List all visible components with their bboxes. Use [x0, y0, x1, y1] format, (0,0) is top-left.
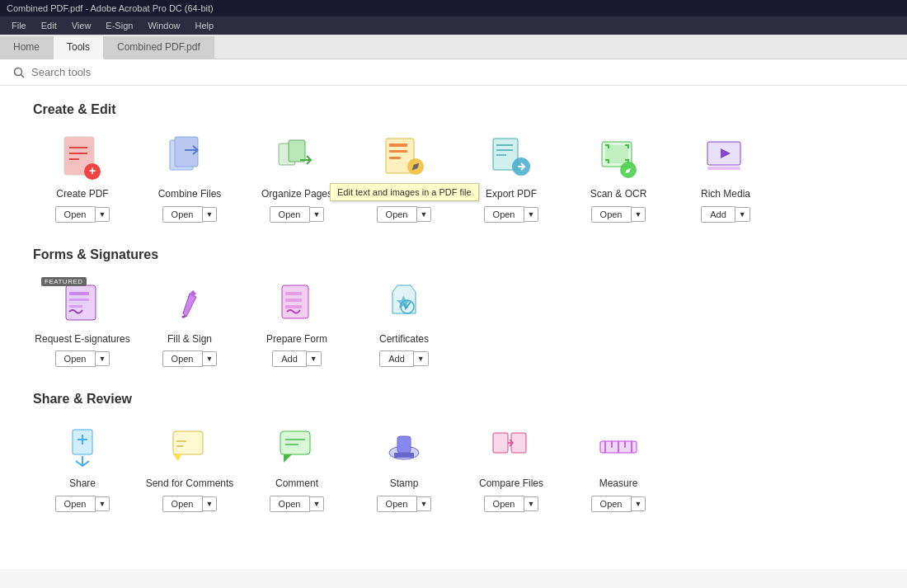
svg-rect-24	[69, 292, 89, 295]
certificates-add-btn[interactable]: Add	[379, 350, 414, 367]
organize-pages-btn-group: Open ▼	[270, 206, 325, 223]
comment-open-btn[interactable]: Open	[270, 496, 310, 512]
organize-pages-open-btn[interactable]: Open	[270, 206, 310, 223]
stamp-arrow-btn[interactable]: ▼	[417, 496, 432, 511]
edit-pdf-arrow-btn[interactable]: ▼	[417, 207, 432, 222]
request-esig-arrow-btn[interactable]: ▼	[96, 351, 110, 366]
fill-sign-btn-group: Open ▼	[162, 350, 218, 367]
edit-pdf-open-btn[interactable]: Open	[377, 206, 417, 223]
measure-open-btn[interactable]: Open	[591, 496, 632, 512]
menu-help[interactable]: Help	[189, 18, 221, 33]
svg-rect-13	[389, 157, 401, 159]
fill-sign-label: Fill & Sign	[167, 333, 212, 346]
comment-label: Comment	[275, 477, 318, 491]
svg-marker-34	[173, 454, 181, 461]
svg-rect-29	[285, 299, 302, 302]
menu-edit[interactable]: Edit	[35, 18, 63, 33]
organize-pages-icon	[272, 134, 322, 183]
scan-ocr-arrow-btn[interactable]: ▼	[632, 207, 646, 222]
svg-rect-26	[69, 305, 82, 308]
tab-combined-pdf[interactable]: Combined PDF.pdf	[104, 36, 214, 59]
share-icon	[58, 423, 107, 473]
search-icon	[13, 67, 25, 78]
svg-rect-30	[285, 305, 302, 308]
prepare-form-icon	[272, 279, 322, 328]
rich-media-label: Rich Media	[701, 188, 750, 201]
create-pdf-arrow-btn[interactable]: ▼	[96, 207, 110, 222]
certificates-arrow-btn[interactable]: ▼	[414, 351, 429, 366]
edit-pdf-btn-group: Open ▼	[377, 206, 432, 223]
certificates-btn-group: Add ▼	[379, 350, 429, 367]
tool-request-esignatures: FEATURED Request E-signatures Open ▼	[33, 279, 132, 368]
request-esig-icon	[58, 279, 107, 328]
export-pdf-btn-group: Open ▼	[484, 206, 539, 223]
compare-open-btn[interactable]: Open	[484, 496, 524, 512]
tool-comment: Comment Open ▼	[247, 423, 346, 512]
search-bar	[0, 59, 907, 86]
request-esig-open-btn[interactable]: Open	[55, 350, 96, 367]
fill-sign-arrow-btn[interactable]: ▼	[203, 351, 218, 366]
section-forms-title: Forms & Signatures	[33, 247, 874, 262]
tab-tools[interactable]: Tools	[54, 36, 104, 59]
menu-view[interactable]: View	[65, 18, 98, 33]
tab-home[interactable]: Home	[0, 36, 54, 59]
svg-rect-39	[394, 453, 414, 458]
svg-rect-40	[493, 433, 508, 453]
share-arrow-btn[interactable]: ▼	[96, 496, 110, 511]
comment-icon	[272, 423, 322, 473]
stamp-open-btn[interactable]: Open	[377, 496, 417, 512]
prepare-form-btn-group: Add ▼	[272, 350, 322, 367]
rich-media-add-btn[interactable]: Add	[701, 206, 735, 223]
tool-certificates: Certificates Add ▼	[355, 279, 454, 368]
section-share-review-title: Share & Review	[33, 392, 874, 407]
main-content: Create & Edit + Create PDF Open ▼	[0, 86, 907, 569]
comment-btn-group: Open ▼	[270, 496, 325, 512]
section-share-review: Share & Review Share Open ▼	[33, 392, 874, 512]
combine-files-open-btn[interactable]: Open	[162, 206, 203, 223]
compare-arrow-btn[interactable]: ▼	[524, 496, 539, 511]
scan-ocr-label: Scan & OCR	[590, 188, 647, 201]
share-btn-group: Open ▼	[55, 496, 110, 512]
fill-sign-open-btn[interactable]: Open	[162, 350, 203, 367]
search-input[interactable]	[31, 66, 279, 78]
svg-rect-35	[280, 431, 310, 454]
svg-rect-7	[175, 137, 198, 167]
organize-pages-arrow-btn[interactable]: ▼	[310, 207, 325, 222]
tool-measure: Measure Open ▼	[569, 423, 668, 512]
rich-media-btn-group: Add ▼	[701, 206, 750, 223]
svg-text:+: +	[89, 164, 96, 177]
send-comments-open-btn[interactable]: Open	[162, 496, 203, 512]
create-edit-grid: + Create PDF Open ▼ Combi	[33, 134, 874, 223]
create-pdf-open-btn[interactable]: Open	[55, 206, 96, 223]
svg-line-1	[21, 74, 25, 78]
app-title: Combined PDF.pdf - Adobe Acrobat Pro DC …	[7, 3, 214, 13]
create-pdf-label: Create PDF	[56, 188, 108, 201]
rich-media-arrow-btn[interactable]: ▼	[735, 207, 750, 222]
combine-files-btn-group: Open ▼	[162, 206, 218, 223]
svg-marker-36	[284, 454, 292, 463]
menu-file[interactable]: File	[5, 18, 33, 33]
request-esig-btn-group: Open ▼	[55, 350, 110, 367]
menu-esign[interactable]: E-Sign	[99, 18, 139, 33]
tool-share: Share Open ▼	[33, 423, 132, 512]
combine-files-arrow-btn[interactable]: ▼	[203, 207, 218, 222]
forms-grid: FEATURED Request E-signatures Open ▼	[33, 279, 874, 368]
measure-arrow-btn[interactable]: ▼	[632, 496, 646, 511]
compare-icon	[486, 423, 536, 473]
scan-ocr-open-btn[interactable]: Open	[591, 206, 632, 223]
menu-window[interactable]: Window	[141, 18, 186, 33]
prepare-form-arrow-btn[interactable]: ▼	[307, 351, 322, 366]
svg-rect-11	[389, 143, 407, 147]
tool-prepare-form: Prepare Form Add ▼	[247, 279, 346, 368]
svg-rect-38	[397, 436, 411, 453]
send-comments-arrow-btn[interactable]: ▼	[203, 496, 218, 511]
section-forms-signatures: Forms & Signatures FEATURED Request E-si…	[33, 247, 874, 368]
export-pdf-open-btn[interactable]: Open	[484, 206, 524, 223]
tool-send-comments: Send for Comments Open ▼	[140, 423, 239, 512]
comment-arrow-btn[interactable]: ▼	[310, 496, 325, 511]
send-comments-label: Send for Comments	[146, 477, 234, 491]
prepare-form-add-btn[interactable]: Add	[272, 350, 307, 367]
organize-pages-label: Organize Pages	[261, 188, 332, 201]
share-open-btn[interactable]: Open	[55, 496, 96, 512]
export-pdf-arrow-btn[interactable]: ▼	[524, 207, 539, 222]
